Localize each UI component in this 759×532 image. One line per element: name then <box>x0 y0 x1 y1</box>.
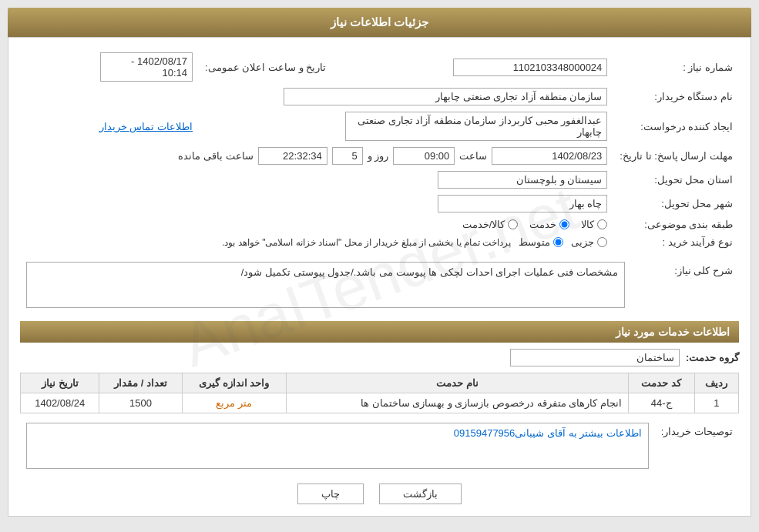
buyer-org-label: نام دستگاه خریدار: <box>613 85 739 109</box>
col-header-unit: واحد اندازه گیری <box>182 373 286 393</box>
category-khedmat-item: خدمت <box>529 219 569 230</box>
announcement-date-label: تاریخ و ساعت اعلان عمومی: <box>199 49 332 85</box>
button-row: چاپ بازگشت <box>20 483 739 504</box>
deadline-date-input: 1402/08/23 <box>492 147 607 165</box>
category-kala-khedmat-item: کالا/خدمت <box>462 219 519 230</box>
requester-value: عبدالغفور محبی کاربرداز سازمان منطقه آزا… <box>199 109 613 144</box>
announcement-date-value: 1402/08/17 - 10:14 <box>20 49 199 85</box>
col-header-name: نام حدمت <box>286 373 628 393</box>
requester-label: ایجاد کننده درخواست: <box>613 109 739 144</box>
purchase-type-jozi-radio[interactable] <box>597 237 607 247</box>
contact-info-link[interactable]: اطلاعات تماس خریدار <box>99 121 193 132</box>
city-input: چاه بهار <box>438 195 607 212</box>
deadline-remaining-label: ساعت باقی مانده <box>178 150 253 162</box>
deadline-time-input: 09:00 <box>393 147 455 165</box>
cell-quantity: 1500 <box>99 393 182 413</box>
service-group-input: ساختمان <box>510 349 680 366</box>
purchase-type-motavasset-item: متوسط <box>519 236 563 248</box>
print-button[interactable]: چاپ <box>297 483 364 504</box>
buyer-description-cell: اطلاعات بیشتر به آقای شیبانی09159477956 <box>20 420 655 472</box>
category-kala-radio[interactable] <box>597 219 607 229</box>
purchase-type-jozi-label: جزیی <box>571 236 594 248</box>
cell-row: 1 <box>694 393 738 413</box>
buyer-description-label: توصیحات خریدار: <box>655 420 739 472</box>
page-wrapper: جزئیات اطلاعات نیاز AnaITender.net شماره… <box>0 0 759 524</box>
description-table: شرح کلی نیاز: مشخصات فنی عملیات اجرای اح… <box>20 259 739 313</box>
announcement-date-input: 1402/08/17 - 10:14 <box>100 52 193 82</box>
category-kala-khedmat-radio[interactable] <box>508 219 518 229</box>
purchase-type-jozi-item: جزیی <box>571 236 607 248</box>
top-info-table: شماره نیاز : 1102103348000024 تاریخ و سا… <box>20 49 739 251</box>
buyer-org-input: سازمان منطقه آزاد تجاری صنعتی چابهار <box>284 88 607 105</box>
purchase-type-label: نوع فرآیند خرید : <box>613 233 739 251</box>
province-value: سیستان و بلوچستان <box>20 168 613 192</box>
category-khedmat-radio[interactable] <box>559 219 569 229</box>
deadline-row: 1402/08/23 ساعت 09:00 روز و 5 22:32:34 س… <box>20 144 613 168</box>
description-label: شرح کلی نیاز: <box>631 259 739 313</box>
category-kala-item: کالا <box>581 219 607 230</box>
purchase-type-options: جزیی متوسط پرداخت تمام یا بخشی از مبلغ خ… <box>20 233 613 251</box>
contact-link-cell: اطلاعات تماس خریدار <box>20 109 199 144</box>
category-kala-label: کالا <box>581 219 594 230</box>
purchase-type-motavasset-label: متوسط <box>519 236 550 248</box>
buyer-desc-table: توصیحات خریدار: اطلاعات بیشتر به آقای شی… <box>20 420 739 472</box>
buyer-description-value: اطلاعات بیشتر به آقای شیبانی09159477956 <box>454 427 642 439</box>
col-header-date: تاریخ نیاز <box>21 373 99 393</box>
category-khedmat-label: خدمت <box>529 219 556 230</box>
deadline-days-input: 5 <box>332 147 363 165</box>
purchase-type-notice: پرداخت تمام یا بخشی از مبلغ خریدار از مح… <box>222 237 511 248</box>
buyer-org-value: سازمان منطقه آزاد تجاری صنعتی چابهار <box>20 85 613 109</box>
deadline-remaining-input: 22:32:34 <box>258 147 327 165</box>
col-header-row: ردیف <box>694 373 738 393</box>
category-label: طبقه بندی موضوعی: <box>613 216 739 233</box>
service-group-label: گروه حدمت: <box>686 352 739 363</box>
cell-code: ج-44 <box>628 393 694 413</box>
category-kala-khedmat-label: کالا/خدمت <box>462 219 505 230</box>
buyer-description-box: اطلاعات بیشتر به آقای شیبانی09159477956 <box>26 423 649 469</box>
province-input: سیستان و بلوچستان <box>438 171 607 189</box>
city-label: شهر محل تحویل: <box>613 192 739 216</box>
need-number-input: 1102103348000024 <box>453 59 607 76</box>
need-number-label: شماره نیاز : <box>613 49 739 85</box>
page-header: جزئیات اطلاعات نیاز <box>8 8 751 37</box>
col-header-quantity: تعداد / مقدار <box>99 373 182 393</box>
province-label: استان محل تحویل: <box>613 168 739 192</box>
requester-input: عبدالغفور محبی کاربرداز سازمان منطقه آزا… <box>345 112 607 141</box>
col-header-code: کد حدمت <box>628 373 694 393</box>
deadline-time-label: ساعت <box>459 150 487 162</box>
deadline-days-label: روز و <box>368 150 389 162</box>
cell-unit: متر مربع <box>182 393 286 413</box>
cell-date: 1402/08/24 <box>21 393 99 413</box>
deadline-label: مهلت ارسال پاسخ: تا تاریخ: <box>613 144 739 168</box>
main-content: AnaITender.net شماره نیاز : 110210334800… <box>8 37 751 517</box>
page-title: جزئیات اطلاعات نیاز <box>331 15 428 28</box>
table-row: 1 ج-44 انجام کارهای متفرقه درخصوص بازساز… <box>21 393 739 413</box>
description-textarea[interactable]: مشخصات فنی عملیات اجرای احدات لچکی ها پی… <box>26 262 625 308</box>
category-options: کالا خدمت کالا/خدمت <box>20 216 613 233</box>
back-button[interactable]: بازگشت <box>379 483 462 504</box>
services-section-header: اطلاعات خدمات مورد نیاز <box>20 321 739 343</box>
cell-name: انجام کارهای متفرقه درخصوص بازسازی و بهس… <box>286 393 628 413</box>
description-value-cell: مشخصات فنی عملیات اجرای احدات لچکی ها پی… <box>20 259 631 313</box>
city-value: چاه بهار <box>20 192 613 216</box>
purchase-type-motavasset-radio[interactable] <box>553 237 563 247</box>
services-table: ردیف کد حدمت نام حدمت واحد اندازه گیری ت… <box>20 373 739 413</box>
service-group-row: گروه حدمت: ساختمان <box>20 349 739 366</box>
need-number-value: 1102103348000024 <box>332 49 613 85</box>
